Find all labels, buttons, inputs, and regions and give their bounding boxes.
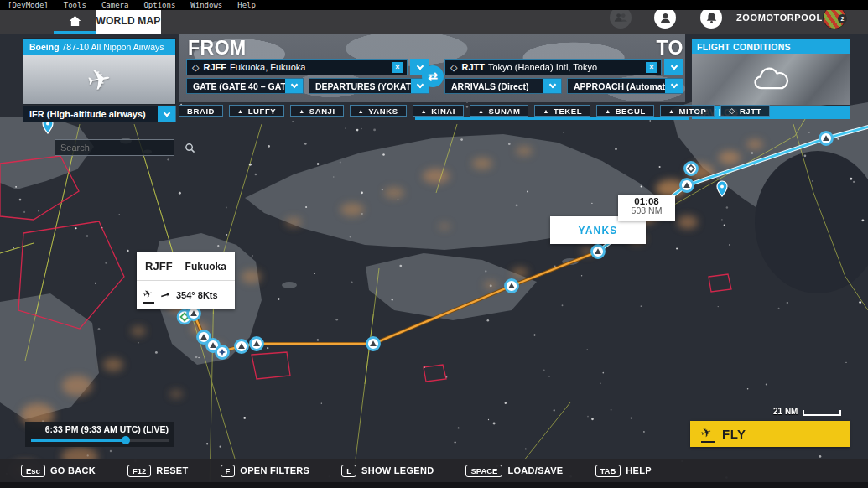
departure-plane-icon: ✈: [143, 286, 154, 304]
menu-item-options[interactable]: Options: [136, 1, 183, 9]
triangle-icon: ▲: [421, 108, 428, 114]
tab-world-map[interactable]: WORLD MAP: [96, 8, 161, 34]
flight-conditions-panel[interactable]: FLIGHT CONDITIONS: [692, 39, 850, 105]
departures-dropdown[interactable]: DEPARTURES (YOKAT4 3: [309, 78, 429, 94]
marker-fix[interactable]: [685, 163, 698, 175]
wind-arrow-icon: [160, 290, 170, 300]
waypoint-chip-sunam[interactable]: ▲SUNAM: [470, 105, 528, 117]
waypoint-chip-kinai[interactable]: ▲KINAI: [413, 105, 464, 117]
airport-popup-name: Fukuoka: [185, 261, 226, 273]
key-badge: F12: [127, 465, 151, 477]
gate-chevron[interactable]: [285, 79, 303, 93]
from-clear-button[interactable]: ×: [392, 62, 403, 73]
profile-icon: [660, 13, 671, 23]
time-panel[interactable]: 6:33 PM (9:33 AM UTC) (LIVE): [25, 422, 174, 447]
flight-rules-chevron[interactable]: [158, 106, 175, 122]
waypoint-chip-luffy[interactable]: ▲LUFFY: [229, 105, 284, 117]
avatar-badge: 2: [838, 14, 847, 23]
airport-popup-rjff[interactable]: RJFF Fukuoka ✈ 354° 8Kts: [137, 252, 235, 309]
shortcut-show-legend[interactable]: LSHOW LEGEND: [341, 465, 434, 477]
to-airport-input[interactable]: ◇ RJTT Tokyo (Haneda) Intl, Tokyo ×: [444, 59, 662, 75]
marker-intersection[interactable]: [367, 338, 380, 350]
waypoint-chip-tekel[interactable]: ▲TEKEL: [534, 105, 590, 117]
marker-intersection[interactable]: [251, 338, 263, 350]
gate-value: GATE (GATE 40 – GATE 5: [187, 79, 285, 93]
marker-intersection[interactable]: [820, 132, 833, 145]
swap-from-to-button[interactable]: ⇄: [422, 65, 444, 87]
marker-intersection[interactable]: [681, 179, 694, 192]
aircraft-card[interactable]: Boeing 787-10 All Nippon Airways ✈: [23, 38, 176, 105]
flight-rules-dropdown[interactable]: IFR (High-altitude airways): [23, 106, 176, 122]
waypoint-popup-label: YANKS: [579, 225, 618, 236]
airport-popup-details: ✈ 354° 8Kts: [137, 281, 235, 309]
from-airport-name: Fukuoka, Fukuoka: [230, 62, 392, 72]
from-airport-input[interactable]: ◇ RJFF Fukuoka, Fukuoka ×: [186, 59, 408, 75]
chevron-down-icon: [548, 81, 555, 88]
to-clear-button[interactable]: ×: [646, 62, 657, 73]
time-slider-track[interactable]: [31, 439, 169, 442]
marker-intersection[interactable]: [236, 340, 248, 353]
aircraft-model: 787-10 All Nippon Airways: [60, 42, 164, 52]
menu-item-camera[interactable]: Camera: [94, 1, 137, 9]
waypoint-chip-label: KINAI: [431, 106, 455, 116]
airport-diamond-icon: ◇: [192, 62, 199, 73]
triangle-icon: ▲: [668, 108, 675, 114]
shortcut-go-back[interactable]: EscGO BACK: [21, 465, 96, 477]
scale-bracket: [803, 410, 841, 416]
waypoint-chip-mitop[interactable]: ▲MITOP: [660, 105, 715, 117]
chevron-down-icon: [416, 81, 423, 88]
menu-item-tools[interactable]: Tools: [56, 1, 94, 9]
to-title: TO: [625, 37, 683, 60]
to-airport-chevron[interactable]: [664, 59, 683, 75]
fly-button[interactable]: ✈ FLY: [690, 421, 850, 447]
leg-tooltip: 01:08 508 NM: [618, 195, 675, 221]
shortcut-reset[interactable]: F12RESET: [127, 465, 189, 477]
triangle-icon: ▲: [237, 108, 244, 114]
waypoint-chip-begul[interactable]: ▲BEGUL: [596, 105, 654, 117]
time-slider-handle[interactable]: [122, 436, 130, 444]
world-map-tab-label: WORLD MAP: [96, 15, 160, 27]
waypoint-chip-braid[interactable]: BRAID: [179, 105, 223, 117]
waypoint-chip-rjtt[interactable]: ◇RJTT: [720, 105, 770, 117]
aircraft-image-plane: ✈: [85, 61, 114, 98]
username-label: ZOOMOTORPOOL: [736, 13, 820, 23]
search-input[interactable]: [55, 143, 185, 153]
waypoint-chip-label: BRAID: [187, 106, 215, 116]
home-tab[interactable]: [54, 10, 96, 34]
approach-chevron[interactable]: [665, 79, 683, 93]
chevron-down-icon: [670, 62, 677, 69]
menu-bar: [DevMode]ToolsCameraOptionsWindowsHelp: [0, 0, 868, 10]
arrivals-dropdown[interactable]: ARRIVALS (Direct): [444, 78, 562, 94]
aircraft-name: Boeing 787-10 All Nippon Airways: [23, 39, 175, 55]
shortcut-open-filters[interactable]: FOPEN FILTERS: [221, 465, 310, 477]
waypoint-chip-yanks[interactable]: ▲YANKS: [350, 105, 407, 117]
menu-item-help[interactable]: Help: [230, 1, 263, 9]
marker-vor[interactable]: [216, 346, 229, 359]
divider: [179, 258, 179, 275]
menu-item-windows[interactable]: Windows: [183, 1, 230, 9]
waypoint-chip-sanji[interactable]: ▲SANJI: [290, 105, 344, 117]
shortcut-load-save[interactable]: SPACELOAD/SAVE: [465, 465, 563, 477]
gate-dropdown[interactable]: GATE (GATE 40 – GATE 5: [186, 78, 304, 94]
airport-popup-header: RJFF Fukuoka: [137, 252, 235, 281]
flight-conditions-title: FLIGHT CONDITIONS: [692, 39, 850, 54]
bell-icon: [706, 12, 717, 23]
waypoint-chip-label: YANKS: [368, 106, 398, 116]
aircraft-thumbnail: ✈: [23, 55, 175, 104]
leg-distance: 508 NM: [618, 205, 675, 215]
flight-conditions-preview: [692, 54, 850, 105]
search-box[interactable]: [55, 139, 174, 156]
to-airport-name: Tokyo (Haneda) Intl, Tokyo: [488, 62, 646, 72]
approach-dropdown[interactable]: APPROACH (Automatic): [567, 78, 683, 94]
marker-yanks[interactable]: [592, 246, 605, 258]
scale-label: 21 NM: [773, 407, 798, 416]
shortcut-help[interactable]: TABHELP: [595, 465, 652, 477]
waypoint-chip-label: BEGUL: [616, 106, 646, 116]
waypoint-row-scroll-indicator[interactable]: [415, 117, 689, 120]
marker-intersection[interactable]: [506, 280, 518, 293]
menu-item-devmode[interactable]: [DevMode]: [0, 1, 56, 9]
waypoint-chip-label: TEKEL: [554, 106, 582, 116]
shortcut-label: OPEN FILTERS: [240, 465, 309, 475]
arrivals-chevron[interactable]: [543, 79, 561, 93]
triangle-icon: ▲: [299, 108, 305, 114]
